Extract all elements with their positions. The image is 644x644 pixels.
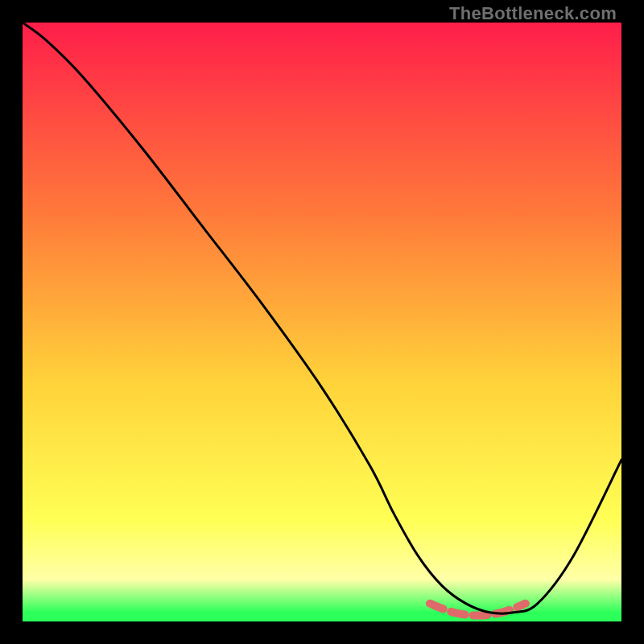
chart-frame [23,23,621,621]
bottleneck-chart [23,23,621,621]
watermark-text: TheBottleneck.com [449,3,617,24]
